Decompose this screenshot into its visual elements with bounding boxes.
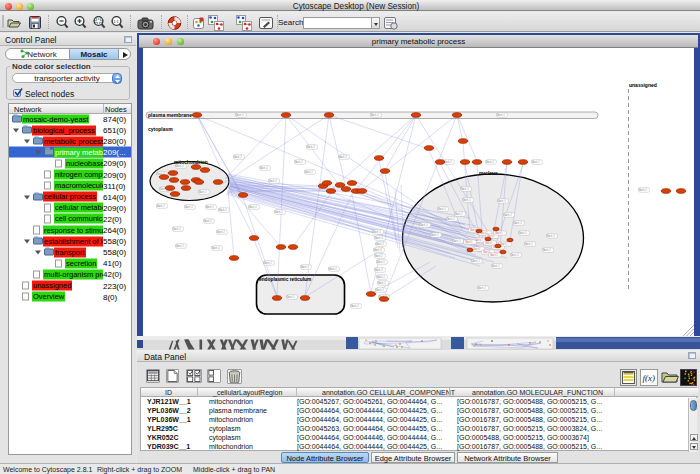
svg-text:Go:t..l: Go:t..l xyxy=(339,155,347,159)
svg-text:mitochondrion: mitochondrion xyxy=(174,160,208,165)
svg-text:nucleus: nucleus xyxy=(479,170,498,176)
svg-text:Go:t..l: Go:t..l xyxy=(375,254,383,258)
svg-text:Go:t..l: Go:t..l xyxy=(455,212,463,216)
svg-text:endoplasmic reticulum: endoplasmic reticulum xyxy=(259,277,311,282)
svg-text:Go:t..l: Go:t..l xyxy=(234,155,242,159)
svg-text:Go:t..l: Go:t..l xyxy=(377,275,385,279)
svg-text:Go:t..l: Go:t..l xyxy=(305,170,313,174)
svg-text:Go:t..l: Go:t..l xyxy=(185,205,193,209)
svg-text:Go:t..l: Go:t..l xyxy=(420,223,428,227)
svg-text:Go:t..l: Go:t..l xyxy=(472,259,480,263)
svg-text:f(x): f(x) xyxy=(643,373,656,383)
svg-text:Go:t..l: Go:t..l xyxy=(492,264,500,268)
svg-text:Go:t..l: Go:t..l xyxy=(447,217,455,221)
svg-text:Go:t..l: Go:t..l xyxy=(378,281,386,285)
svg-text:Go:t..l: Go:t..l xyxy=(639,188,647,192)
svg-text:Go:t..l: Go:t..l xyxy=(547,234,555,238)
svg-text:Go:t..l: Go:t..l xyxy=(511,253,519,257)
svg-text:Go:t..l: Go:t..l xyxy=(375,236,383,240)
svg-text:Go:t..l: Go:t..l xyxy=(260,166,268,170)
svg-text:Go:t..l: Go:t..l xyxy=(498,199,506,203)
svg-text:Go:t..l: Go:t..l xyxy=(173,227,181,231)
svg-text:Go:t..l: Go:t..l xyxy=(295,160,303,164)
svg-text:Go:t..l: Go:t..l xyxy=(264,261,272,265)
svg-text:Go:t.l: Go:t.l xyxy=(473,247,481,251)
svg-text:Go:t..l: Go:t..l xyxy=(199,190,207,194)
svg-text:Go:t..l: Go:t..l xyxy=(351,304,359,308)
svg-text:Go:t..l: Go:t..l xyxy=(212,246,220,250)
svg-text:Go:t..l: Go:t..l xyxy=(525,242,533,246)
svg-text:Go:t..l: Go:t..l xyxy=(219,208,227,212)
svg-text:Go:t..l: Go:t..l xyxy=(157,204,165,208)
svg-text:Go:t..l: Go:t..l xyxy=(176,164,184,168)
svg-text:Go:t.l: Go:t.l xyxy=(495,231,503,235)
svg-text:Go:t..l: Go:t..l xyxy=(431,233,439,237)
svg-text:Go:t..l: Go:t..l xyxy=(486,160,494,164)
svg-text:Go:t..l: Go:t..l xyxy=(269,179,277,183)
svg-text:Go:t..l: Go:t..l xyxy=(236,113,244,117)
svg-text:Go:t..l: Go:t..l xyxy=(453,239,461,243)
svg-text:Go:t..l: Go:t..l xyxy=(374,248,382,252)
svg-text:Go:t..l: Go:t..l xyxy=(206,205,214,209)
svg-text:Go:t..l: Go:t..l xyxy=(504,213,512,217)
svg-text:Go:t..l: Go:t..l xyxy=(287,295,295,299)
svg-text:Go:t..l: Go:t..l xyxy=(371,113,379,117)
svg-text:Go:t..l: Go:t..l xyxy=(301,265,309,269)
svg-text:unassigned: unassigned xyxy=(629,82,657,88)
svg-text:Go:t..l: Go:t..l xyxy=(497,113,505,117)
svg-text:Go:t..l: Go:t..l xyxy=(375,268,383,272)
svg-text:Go:t..l: Go:t..l xyxy=(204,219,212,223)
svg-text:Go:t..l: Go:t..l xyxy=(438,207,446,211)
svg-text:Go:t..l: Go:t..l xyxy=(377,260,385,264)
svg-text:Go:t..l: Go:t..l xyxy=(217,230,225,234)
svg-text:Go:t..l: Go:t..l xyxy=(532,160,540,164)
svg-text:Go:t..l: Go:t..l xyxy=(463,198,471,202)
svg-text:Go:t..l: Go:t..l xyxy=(376,288,384,292)
svg-text:cytoplasm: cytoplasm xyxy=(148,126,173,132)
svg-text:1:1: 1:1 xyxy=(113,19,119,24)
svg-text:Go:t..l: Go:t..l xyxy=(519,231,527,235)
svg-text:Go:t..l: Go:t..l xyxy=(275,210,283,214)
svg-text:Go:t..l: Go:t..l xyxy=(307,145,315,149)
svg-text:Go:t..l: Go:t..l xyxy=(176,244,184,248)
svg-text:Go:t..l: Go:t..l xyxy=(543,248,551,252)
svg-text:Go:t.l: Go:t.l xyxy=(465,240,473,244)
svg-text:Go:t.l: Go:t.l xyxy=(475,238,483,242)
svg-text:Go:t..l: Go:t..l xyxy=(376,242,384,246)
svg-text:Go:t..l: Go:t..l xyxy=(478,286,486,290)
svg-text:Go:t.l: Go:t.l xyxy=(485,241,493,245)
svg-text:Go:t..l: Go:t..l xyxy=(373,230,381,234)
svg-text:Go:t..l: Go:t..l xyxy=(514,221,522,225)
svg-text:Go:t..l: Go:t..l xyxy=(329,267,337,271)
svg-text:Go:t..l: Go:t..l xyxy=(461,187,469,191)
svg-text:plasma membrane: plasma membrane xyxy=(148,112,192,118)
svg-text:Go:t.l: Go:t.l xyxy=(490,253,498,257)
svg-text:Go:t..l: Go:t..l xyxy=(249,205,257,209)
